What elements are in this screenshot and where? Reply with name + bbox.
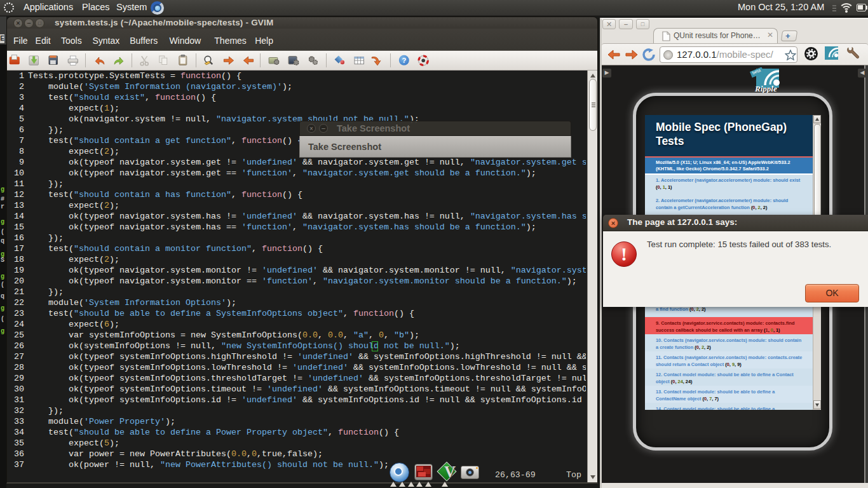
svg-text:Ripple: Ripple xyxy=(754,84,777,93)
